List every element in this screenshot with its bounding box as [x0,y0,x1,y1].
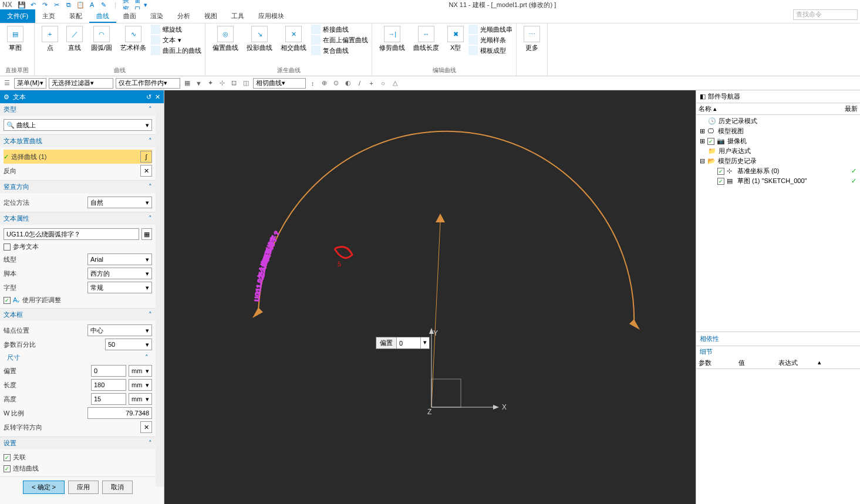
undo-icon[interactable]: ↶ [29,1,38,9]
scope-dropdown[interactable]: 仅在工作部件内 ▾ [116,78,180,89]
tb-icon4[interactable]: ⊹ [218,79,227,88]
tb-icon6[interactable]: ◫ [241,79,251,88]
trim-button[interactable]: →|修剪曲线 [376,25,409,55]
point-button[interactable]: +点 [38,25,62,55]
details-header[interactable]: 细节 [696,346,860,357]
brush-icon[interactable]: ✎ [99,1,109,9]
bridge-button[interactable]: 桥接曲线 [311,25,368,34]
tab-analysis[interactable]: 分析 [170,9,197,23]
text-format-icon[interactable]: A [87,1,97,9]
tree-datum[interactable]: ✓⊹基准坐标系 (0)✓ [697,166,859,176]
offset-value-field[interactable] [397,337,420,349]
floating-offset-input[interactable]: 偏置 ▾ [376,337,430,349]
reset-icon[interactable]: ↺ [146,93,151,101]
tab-assembly[interactable]: 装配 [62,9,89,23]
more-button[interactable]: ⋯更多 [520,25,544,53]
text-input[interactable] [4,228,139,240]
line-button[interactable]: ／直线 [63,25,86,55]
tree-history-mode[interactable]: 🕓历史记录模式 [697,116,859,126]
composite-button[interactable]: 复合曲线 [311,46,368,55]
length-unit[interactable]: mm▾ [129,379,152,391]
project-button[interactable]: ↘投影曲线 [243,25,276,55]
font-dropdown[interactable]: Arial▾ [87,253,152,265]
orient-dropdown[interactable]: 自然▾ [87,197,152,208]
tb-icon11[interactable]: / [355,79,365,88]
length-button[interactable]: ↔曲线长度 [410,25,443,55]
placement-arc[interactable] [258,131,634,325]
tb-icon5[interactable]: ⊡ [230,79,239,88]
tb-icon13[interactable]: ○ [379,79,388,88]
offset-button[interactable]: ◎偏置曲线 [209,25,242,55]
curved-text[interactable]: UG11.0怎么绕圆弧排字？ [253,229,281,302]
assoc-checkbox[interactable]: ✓ [4,454,11,461]
graphics-viewport[interactable]: X Y Z UG11.0怎么绕圆弧排字？ 5 偏置 ▾ [164,90,696,504]
tb-icon12[interactable]: + [367,79,376,88]
tree-modelhistory[interactable]: ⊟📂模型历史记录 [697,156,859,166]
menu-dropdown[interactable]: 菜单(M) ▾ [14,78,46,89]
reftext-checkbox[interactable] [4,243,11,251]
reverse-button[interactable]: ✕ [140,165,152,177]
spline-button[interactable]: ∿艺术样条 [117,25,150,55]
intersect-button[interactable]: ✕相交曲线 [277,25,310,55]
nav-toggle-icon[interactable]: ◧ [700,93,706,100]
switch-window-button[interactable]: 切换窗口 [123,1,132,9]
command-search[interactable]: 查找命令 [793,9,858,20]
height-unit[interactable]: mm▾ [129,393,152,405]
tree-sketch[interactable]: ✓▤草图 (1) "SKETCH_000"✓ [697,176,859,186]
xform-button[interactable]: ✖X型 [444,25,467,55]
length-input[interactable] [91,379,126,391]
apply-button[interactable]: 应用 [68,481,99,494]
ok-button[interactable]: < 确定 > [23,481,65,494]
template-button[interactable]: 模板成型 [468,46,512,55]
redo-icon[interactable]: ↷ [41,1,50,9]
cut-icon[interactable]: ✂ [52,1,62,9]
menu-icon[interactable]: ☰ [2,79,12,88]
style-dropdown[interactable]: 常规▾ [87,282,152,293]
tab-render[interactable]: 渲染 [143,9,170,23]
col-name[interactable]: 名称 ▴ [699,104,845,113]
tb-icon14[interactable]: △ [390,79,400,88]
helix-button[interactable]: 螺旋线 [151,25,201,34]
tree-userexpr[interactable]: 📁用户表达式 [697,146,859,156]
tb-icon3[interactable]: ✦ [206,79,215,88]
tb-icon10[interactable]: ◐ [343,79,353,88]
script-dropdown[interactable]: 西方的▾ [87,268,152,279]
close-icon[interactable]: ✕ [155,93,160,101]
nav-tree[interactable]: 🕓历史记录模式 ⊞🖵模型视图 ⊞✓📷摄像机 📁用户表达式 ⊟📂模型历史记录 ✓⊹… [696,115,860,332]
offset-dropdown-icon[interactable]: ▾ [420,337,429,349]
arc-button[interactable]: ◠圆弧/圆 [87,25,116,55]
tab-home[interactable]: 主页 [35,9,62,23]
paste-icon[interactable]: 📋 [76,1,85,9]
revchar-button[interactable]: ✕ [140,421,152,433]
tab-view[interactable]: 视图 [197,9,224,23]
tb-icon1[interactable]: ▦ [183,79,192,88]
type-dropdown[interactable]: 🔍 曲线上▾ [4,119,152,131]
window-button[interactable]: 窗口 ▾ [134,1,147,9]
tab-curve[interactable]: 曲线 [89,9,116,23]
tb-icon7[interactable]: ↕ [308,79,318,88]
col-latest[interactable]: 最新 [845,104,858,113]
curveonface-button[interactable]: 曲面上的曲线 [151,46,201,55]
kerning-checkbox[interactable]: ✓ [4,297,11,304]
select-curve-row[interactable]: ✓选择曲线 (1)∫ [4,150,152,164]
anchor-handle[interactable] [436,214,445,222]
tab-surface[interactable]: 曲面 [116,9,143,23]
offset-unit[interactable]: mm▾ [129,365,152,377]
copy-icon[interactable]: ⧉ [64,1,73,9]
sketch-button[interactable]: ▤草图 [4,25,27,53]
smoothspline-button[interactable]: 光顺样条 [468,35,512,45]
tab-application[interactable]: 应用模块 [251,9,291,23]
anchor-dropdown[interactable]: 中心▾ [87,324,152,336]
file-menu[interactable]: 文件(F) [0,9,35,23]
text-button[interactable]: 文本 ▾ [151,35,201,45]
tree-modelview[interactable]: ⊞🖵模型视图 [697,126,859,136]
height-input[interactable] [91,393,126,405]
tab-tools[interactable]: 工具 [224,9,251,23]
offset-input[interactable] [91,365,126,377]
tb-icon2[interactable]: ▼ [194,79,204,88]
tb-icon9[interactable]: ⊙ [332,79,341,88]
gear-icon[interactable]: ⚙ [4,93,9,101]
tb-icon8[interactable]: ⊕ [320,79,329,88]
smooth-button[interactable]: 光顺曲线串 [468,25,512,34]
curve-picker-icon[interactable]: ∫ [140,151,152,163]
